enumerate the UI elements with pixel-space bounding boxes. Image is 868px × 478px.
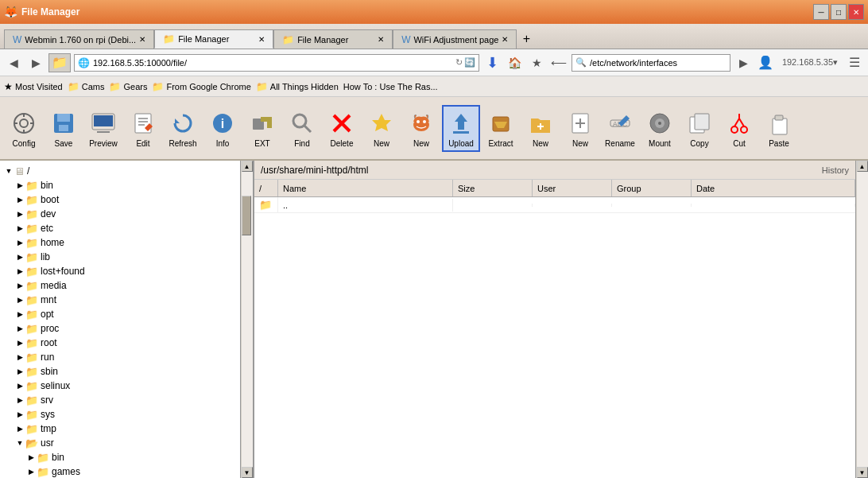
rename-button[interactable]: ABC Rename [601, 106, 639, 151]
scroll-down-arrow[interactable]: ▼ [242, 467, 253, 478]
tree-item-root[interactable]: ▶ 📁 root [0, 336, 240, 350]
extract-button[interactable]: Extract [482, 106, 520, 151]
tree-item-mnt[interactable]: ▶ 📁 mnt [0, 293, 240, 307]
tree-toggle-selinux[interactable]: ▶ [14, 382, 25, 390]
info-button[interactable]: i Info [203, 106, 242, 151]
col-header-date[interactable]: Date [692, 180, 855, 196]
location-button[interactable]: 📁 [48, 53, 71, 72]
tree-item-media[interactable]: ▶ 📁 media [0, 278, 240, 293]
tab-wifi[interactable]: W WiFi Adjustment page ✕ [393, 29, 517, 49]
tree-toggle-sbin[interactable]: ▶ [14, 367, 25, 375]
tree-item-home[interactable]: ▶ 📁 home [0, 235, 240, 250]
download-button[interactable]: ⬇ [482, 53, 502, 72]
tree-toggle-root-dir[interactable]: ▶ [14, 339, 25, 347]
refresh-button[interactable]: Refresh [164, 106, 202, 151]
tree-toggle-usr[interactable]: ▼ [14, 439, 25, 447]
delete-button[interactable]: Delete [323, 106, 361, 151]
tree-item-run[interactable]: ▶ 📁 run [0, 350, 240, 364]
tree-toggle-run[interactable]: ▶ [14, 353, 25, 361]
tree-item-sbin[interactable]: ▶ 📁 sbin [0, 364, 240, 379]
bookmark-most-visited[interactable]: ★ Most Visited [4, 81, 63, 92]
url-reload-icon[interactable]: 🔄 [464, 57, 475, 68]
tab-webmin[interactable]: W Webmin 1.760 on rpi (Debi... ✕ [4, 29, 154, 49]
col-header-name[interactable]: Name [278, 180, 453, 196]
profile-button[interactable]: 👤 [756, 53, 775, 72]
new3-button[interactable]: New [521, 106, 560, 151]
tree-item-usr-games[interactable]: ▶ 📁 games [0, 464, 240, 478]
find-button[interactable]: Find [283, 106, 321, 151]
tree-toggle-usr-games[interactable]: ▶ [25, 468, 37, 476]
edit-button[interactable]: Edit [124, 106, 162, 151]
new1-button[interactable]: New [362, 106, 401, 151]
tree-item-dev[interactable]: ▶ 📁 dev [0, 207, 240, 221]
save-button[interactable]: Save [45, 106, 83, 151]
tree-item-opt[interactable]: ▶ 📁 opt [0, 307, 240, 321]
tree-toggle-lib[interactable]: ▶ [14, 253, 25, 261]
bookmark-google-chrome[interactable]: 📁 From Google Chrome [152, 81, 250, 92]
tree-item-srv[interactable]: ▶ 📁 srv [0, 393, 240, 407]
tab-close-4[interactable]: ✕ [502, 35, 508, 44]
tab-close-1[interactable]: ✕ [139, 35, 145, 44]
url-box[interactable]: 🌐 192.168.5.35:10000/file/ ↻ 🔄 [74, 54, 479, 72]
tree-toggle-lost[interactable]: ▶ [14, 267, 25, 275]
new-tab-button[interactable]: + [517, 29, 536, 49]
tab-close-2[interactable]: ✕ [258, 35, 265, 44]
bookmark-all-things[interactable]: 📁 All Things Hidden [256, 81, 339, 92]
tree-item-proc[interactable]: ▶ 📁 proc [0, 321, 240, 336]
tree-item-etc[interactable]: ▶ 📁 etc [0, 221, 240, 235]
tree-item-usr[interactable]: ▼ 📂 usr [0, 436, 240, 450]
tree-toggle-opt[interactable]: ▶ [14, 310, 25, 318]
tree-toggle-home[interactable]: ▶ [14, 239, 25, 247]
tab-filemanager-1[interactable]: 📁 File Manager ✕ [154, 29, 273, 49]
scroll-up-arrow[interactable]: ▲ [242, 161, 253, 172]
minimize-button[interactable]: ─ [813, 4, 829, 20]
search-go-button[interactable]: ▶ [734, 53, 753, 72]
col-header-user[interactable]: User [533, 180, 612, 196]
file-row-parent[interactable]: 📁 .. [254, 197, 855, 213]
tree-toggle-bin[interactable]: ▶ [14, 181, 25, 189]
tree-item-sys[interactable]: ▶ 📁 sys [0, 407, 240, 422]
bookmark-cams[interactable]: 📁 Cams [68, 81, 105, 92]
tab-close-3[interactable]: ✕ [378, 35, 384, 44]
tree-toggle-sys[interactable]: ▶ [14, 410, 25, 418]
bookmark-howto[interactable]: How To : Use The Ras... [343, 82, 438, 91]
ext-button[interactable]: EXT [243, 106, 281, 151]
ip-button[interactable]: 192.168.5.35▾ [778, 53, 842, 72]
tree-item-usr-bin[interactable]: ▶ 📁 bin [0, 450, 240, 464]
scroll-thumb[interactable] [242, 196, 251, 235]
bookmark-button[interactable]: ★ [527, 53, 546, 72]
copy-button[interactable]: Copy [680, 106, 719, 151]
new4-button[interactable]: New [561, 106, 599, 151]
tree-toggle-tmp[interactable]: ▶ [14, 425, 25, 433]
tab-filemanager-2[interactable]: 📁 File Manager ✕ [273, 29, 393, 49]
col-header-size[interactable]: Size [453, 180, 533, 196]
tree-item-root[interactable]: ▼ 🖥 / [0, 164, 240, 178]
home-button[interactable]: 🏠 [505, 53, 524, 72]
tree-item-tmp[interactable]: ▶ 📁 tmp [0, 422, 240, 436]
tree-item-lost-found[interactable]: ▶ 📁 lost+found [0, 264, 240, 278]
preview-button[interactable]: Preview [84, 106, 122, 151]
tree-toggle-etc[interactable]: ▶ [14, 224, 25, 232]
tree-item-boot[interactable]: ▶ 📁 boot [0, 192, 240, 207]
cut-button[interactable]: Cut [720, 106, 758, 151]
tree-toggle-proc[interactable]: ▶ [14, 324, 25, 332]
history-button-panel[interactable]: History [822, 165, 849, 175]
upload-button[interactable]: Upload [442, 105, 480, 152]
tree-toggle-srv[interactable]: ▶ [14, 396, 25, 404]
tree-item-bin[interactable]: ▶ 📁 bin [0, 178, 240, 192]
tree-item-lib[interactable]: ▶ 📁 lib [0, 250, 240, 264]
file-scroll-up[interactable]: ▲ [857, 161, 868, 172]
back-button[interactable]: ◀ [4, 53, 23, 72]
file-scroll-down[interactable]: ▼ [857, 467, 868, 478]
url-refresh-icon[interactable]: ↻ [455, 57, 463, 68]
forward-button[interactable]: ▶ [26, 53, 45, 72]
tree-toggle-media[interactable]: ▶ [14, 282, 25, 290]
bookmark-gears[interactable]: 📁 Gears [109, 81, 147, 92]
tree-toggle-root[interactable]: ▼ [3, 167, 14, 175]
paste-button[interactable]: Paste [760, 106, 798, 151]
search-box[interactable]: 🔍 /etc/network/interfaces [572, 54, 730, 72]
new2-button[interactable]: New [402, 106, 440, 151]
menu-button[interactable]: ☰ [845, 53, 864, 72]
col-header-group[interactable]: Group [612, 180, 692, 196]
close-button[interactable]: ✕ [848, 4, 864, 20]
